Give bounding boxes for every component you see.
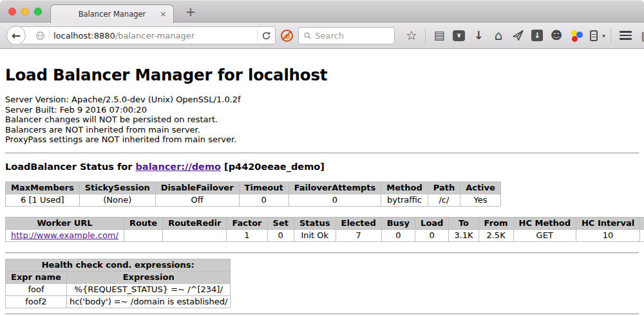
cell-elected: 7: [336, 229, 381, 241]
url-divider-2: [257, 30, 258, 41]
cell-routeredir: [163, 229, 227, 241]
cell-to: 3.1K: [449, 229, 478, 241]
home-icon[interactable]: ⌂: [492, 30, 505, 41]
new-tab-button[interactable]: +: [183, 5, 198, 19]
col-failoverattempts: FailoverAttempts: [289, 181, 381, 194]
reading-list-icon[interactable]: ▤: [433, 30, 446, 41]
cell-path: /c/: [428, 194, 460, 206]
menu-icon[interactable]: [620, 31, 632, 40]
cell-hc-method: GET: [513, 229, 576, 241]
col-timeout: Timeout: [239, 181, 289, 194]
cell-route: [124, 229, 162, 241]
col-hc-interval: HC Interval: [576, 217, 639, 229]
health-table-title: Health check cond. expressions:: [6, 259, 231, 271]
server-version-line: Server Version: Apache/2.5.0-dev (Unix) …: [5, 95, 639, 105]
cell-expr-name-foof: foof: [6, 283, 67, 295]
back-button[interactable]: ←: [6, 26, 26, 45]
col-routeredir: RouteRedir: [163, 217, 227, 229]
search-box[interactable]: [298, 27, 395, 44]
col-status: Status: [294, 217, 336, 229]
health-title-row: Health check cond. expressions:: [6, 259, 231, 271]
worker-url-link[interactable]: http://www.example.com/: [11, 230, 118, 240]
downloads-icon[interactable]: ↓: [472, 30, 485, 41]
tab-close-icon[interactable]: ×: [160, 10, 167, 18]
status-heading-prefix: LoadBalancer Status for: [5, 162, 135, 172]
col-path: Path: [428, 181, 460, 194]
search-input[interactable]: [315, 31, 389, 41]
cell-active: Yes: [460, 194, 501, 206]
container-caret-icon[interactable]: ▾: [602, 32, 605, 39]
url-domain: localhost:8880: [53, 31, 115, 41]
col-active: Active: [460, 181, 501, 194]
browser-window: Balancer Manager × + ← localhost:8880/ba…: [0, 0, 644, 316]
col-maxmembers: MaxMembers: [6, 181, 80, 194]
zoom-window-button[interactable]: [34, 8, 42, 15]
server-built-line: Server Built: Feb 9 2016 07:00:20: [5, 105, 639, 115]
cell-factor: 1: [227, 229, 267, 241]
col-busy: Busy: [381, 217, 415, 229]
col-route: Route: [124, 217, 162, 229]
window-controls: [8, 8, 42, 15]
tab-bar: Balancer Manager × +: [0, 0, 644, 23]
cell-load: 0: [415, 229, 449, 241]
inherit-notice-line: Balancers are NOT inherited from main se…: [5, 125, 639, 135]
cell-expression-foof: %{REQUEST_STATUS} =~ /^[234]/: [66, 283, 231, 295]
cell-stickysession: (None): [79, 194, 155, 206]
section-divider-3: [5, 313, 639, 315]
cell-method: bytraffic: [381, 194, 428, 206]
worker-data-row: http://www.example.com/ 1 0 Init Ok 7 0 …: [6, 229, 644, 241]
col-from: From: [478, 217, 513, 229]
health-header-row: Expr name Expression: [6, 271, 231, 283]
balancer-data-row: 6 [1 Used] (None) Off 0 0 bytraffic /c/ …: [6, 194, 501, 206]
feedback-smiley-icon[interactable]: ☻: [550, 30, 563, 41]
loadbalancer-status-heading: LoadBalancer Status for balancer://demo …: [5, 162, 639, 172]
url-bar[interactable]: localhost:8880/balancer-manager: [21, 26, 276, 44]
url-path: /balancer-manager: [115, 31, 194, 41]
tab-title: Balancer Manager: [79, 10, 146, 19]
col-worker-url: Worker URL: [6, 217, 124, 229]
cell-set: 0: [267, 229, 294, 241]
cell-hc-interval: 10: [576, 229, 639, 241]
balancer-demo-link[interactable]: balancer://demo: [135, 162, 221, 172]
globe-icon: [35, 31, 45, 41]
cell-busy: 0: [381, 229, 415, 241]
col-stickysession: StickySession: [79, 181, 155, 194]
health-row-foof: foof %{REQUEST_STATUS} =~ /^[234]/: [6, 283, 231, 295]
health-check-table: Health check cond. expressions: Expr nam…: [5, 259, 231, 308]
section-divider-1: [5, 153, 639, 154]
col-expr-name: Expr name: [6, 271, 67, 283]
col-to: To: [449, 217, 478, 229]
toolbar-right-group: ▦: [611, 29, 644, 42]
color-picker-icon[interactable]: [570, 30, 583, 42]
flash-blocked-icon[interactable]: [281, 30, 293, 42]
cell-maxmembers: 6 [1 Used]: [6, 194, 80, 206]
proxypass-notice-line: ProxyPass settings are NOT inherited fro…: [5, 135, 639, 145]
balancer-header-row: MaxMembers StickySession DisableFailover…: [6, 181, 501, 194]
col-factor: Factor: [227, 217, 267, 229]
cell-expression-foof2: hc('body') =~ /domain is established/: [66, 295, 231, 308]
pocket-icon[interactable]: ∨: [453, 30, 465, 41]
tab-groups-icon[interactable]: ▦: [640, 30, 644, 41]
worker-table: Worker URL Route RouteRedir Factor Set S…: [5, 217, 644, 242]
tab-balancer-manager[interactable]: Balancer Manager ×: [50, 5, 174, 23]
url-divider: [49, 30, 50, 41]
container-icon[interactable]: [590, 30, 598, 41]
col-method: Method: [381, 181, 428, 194]
persist-notice-line: Balancer changes will NOT be persisted o…: [5, 115, 639, 125]
toolbar-divider-2: [611, 29, 611, 42]
search-icon: [304, 32, 311, 40]
minimize-window-button[interactable]: [21, 8, 29, 15]
balancer-settings-table: MaxMembers StickySession DisableFailover…: [5, 181, 501, 207]
reload-icon[interactable]: [261, 31, 271, 41]
col-expression: Expression: [66, 271, 231, 283]
send-tab-icon[interactable]: [512, 30, 524, 41]
cell-worker-url: http://www.example.com/: [6, 229, 124, 241]
col-passes: Passes: [640, 217, 644, 229]
toolbar-icon-strip: ☆ ▤ ∨ ↓ ⌂ ↓ ☻ ▾: [405, 29, 605, 42]
close-window-button[interactable]: [8, 8, 16, 15]
col-set: Set: [267, 217, 294, 229]
bookmark-star-icon[interactable]: ☆: [405, 30, 418, 41]
cell-from: 2.5K: [478, 229, 513, 241]
save-page-icon[interactable]: ↓: [531, 30, 543, 41]
worker-header-row: Worker URL Route RouteRedir Factor Set S…: [6, 217, 644, 229]
